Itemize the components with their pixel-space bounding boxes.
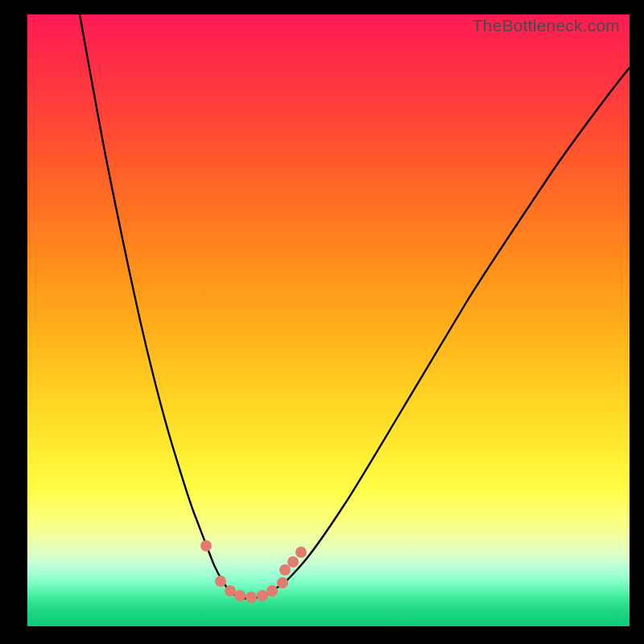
bottleneck-curve <box>80 14 630 598</box>
plot-area: TheBottleneck.com <box>27 14 630 626</box>
data-marker <box>215 576 226 587</box>
data-marker <box>246 592 257 603</box>
watermark-text: TheBottleneck.com <box>473 16 620 35</box>
curve-layer <box>27 14 630 626</box>
data-marker <box>234 590 246 601</box>
data-marker <box>266 585 278 597</box>
data-marker <box>277 577 288 588</box>
data-marker <box>279 564 291 576</box>
data-marker <box>295 547 307 558</box>
data-marker <box>225 585 236 597</box>
chart-frame: TheBottleneck.com <box>0 0 644 644</box>
data-marker <box>200 540 212 551</box>
data-marker <box>257 590 268 601</box>
data-marker <box>287 556 299 568</box>
